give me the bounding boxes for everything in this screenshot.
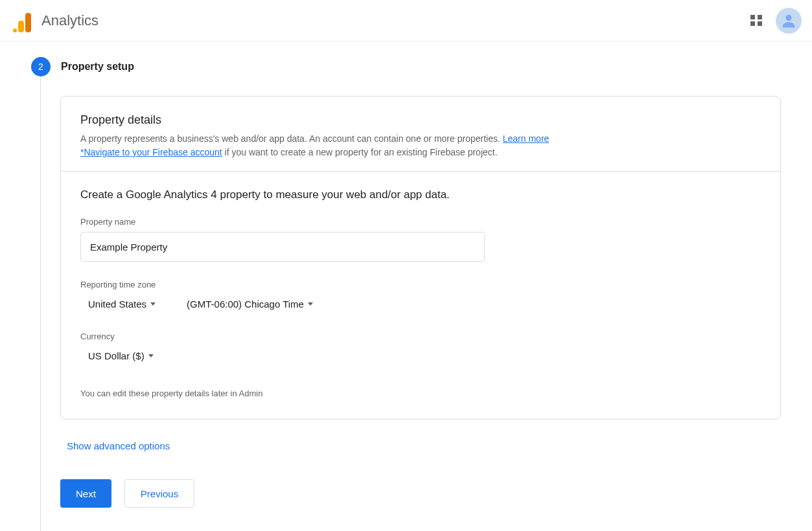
svg-point-0 bbox=[785, 14, 791, 20]
property-name-input[interactable] bbox=[80, 232, 485, 262]
account-avatar[interactable] bbox=[776, 8, 802, 34]
step-header: 2 Property setup bbox=[31, 57, 812, 76]
card-title: Property details bbox=[80, 113, 761, 127]
currency-label: Currency bbox=[80, 332, 761, 341]
firebase-link[interactable]: *Navigate to your Firebase account bbox=[80, 147, 222, 157]
form-subtitle: Create a Google Analytics 4 property to … bbox=[80, 188, 761, 201]
next-button[interactable]: Next bbox=[60, 479, 111, 508]
person-icon bbox=[780, 12, 798, 30]
timezone-label: Reporting time zone bbox=[80, 280, 761, 289]
property-details-card: Property details A property represents a… bbox=[60, 96, 781, 420]
show-advanced-options-link[interactable]: Show advanced options bbox=[67, 440, 170, 451]
step-title: Property setup bbox=[61, 61, 134, 73]
timezone-dropdown[interactable]: (GMT-06:00) Chicago Time bbox=[179, 295, 318, 313]
google-apps-button[interactable] bbox=[743, 8, 769, 34]
app-title: Analytics bbox=[41, 12, 99, 29]
analytics-logo-icon bbox=[10, 9, 34, 32]
caret-down-icon bbox=[150, 302, 156, 306]
logo-area: Analytics bbox=[10, 9, 99, 32]
country-dropdown[interactable]: United States bbox=[80, 295, 161, 313]
previous-button[interactable]: Previous bbox=[124, 479, 194, 508]
property-name-label: Property name bbox=[80, 217, 761, 227]
apps-grid-icon bbox=[750, 15, 762, 27]
app-header: Analytics bbox=[0, 0, 812, 41]
card-description: A property represents a business's web a… bbox=[80, 132, 761, 159]
caret-down-icon bbox=[308, 302, 313, 306]
step-number-badge: 2 bbox=[31, 57, 51, 76]
currency-dropdown[interactable]: US Dollar ($) bbox=[80, 346, 159, 365]
caret-down-icon bbox=[148, 354, 154, 357]
learn-more-link[interactable]: Learn more bbox=[503, 133, 550, 144]
edit-later-note: You can edit these property details late… bbox=[80, 389, 761, 398]
